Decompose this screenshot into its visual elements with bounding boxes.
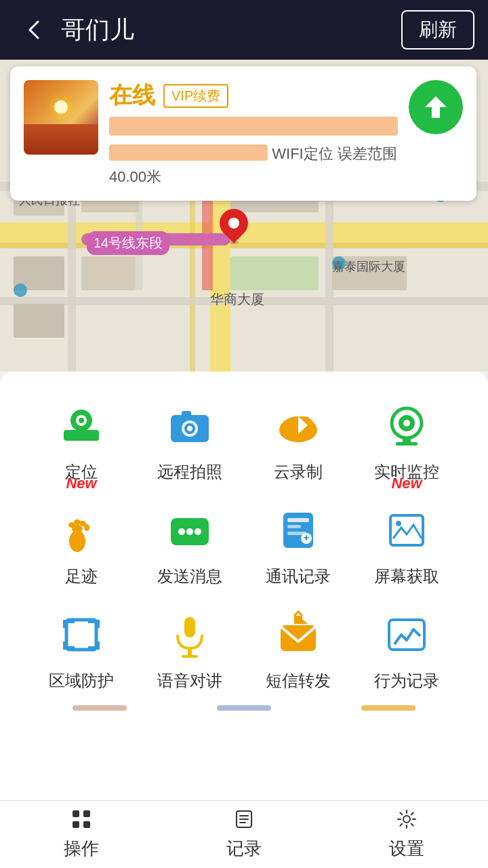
voice-intercom-label: 语音对讲 bbox=[157, 670, 222, 692]
svg-point-48 bbox=[403, 420, 410, 427]
peek-item-3 bbox=[361, 705, 415, 711]
svg-rect-77 bbox=[63, 642, 66, 650]
svg-point-56 bbox=[84, 524, 89, 531]
zone-protect-icon-wrap bbox=[54, 608, 108, 662]
behavior-log-icon-wrap bbox=[380, 608, 434, 662]
realtime-monitor-icon-wrap bbox=[380, 399, 434, 453]
feature-send-message[interactable]: 发送消息 bbox=[136, 490, 244, 594]
svg-rect-78 bbox=[96, 620, 100, 628]
map-view: 📍 北京联合大学 商务学院 人民日报社 嘉泰国际大厦 民口报社 宿舍北区 14号… bbox=[0, 60, 488, 372]
cloud-record-label: 云录制 bbox=[274, 461, 323, 483]
feature-grid: 定位 New 远程拍照 bbox=[27, 385, 461, 698]
svg-point-26 bbox=[14, 283, 27, 297]
settings-label: 设置 bbox=[389, 837, 424, 861]
feature-voice-intercom[interactable]: 语音对讲 bbox=[136, 594, 244, 698]
feature-cloud-record[interactable]: 云录制 bbox=[244, 385, 352, 490]
map-label-subway: 14号线东段 bbox=[87, 231, 169, 255]
nav-ops[interactable]: 操作 bbox=[14, 809, 149, 861]
online-status: 在线 bbox=[109, 80, 155, 111]
send-message-icon-wrap bbox=[163, 503, 217, 557]
user-avatar bbox=[24, 80, 98, 155]
svg-rect-20 bbox=[14, 304, 64, 338]
vip-badge[interactable]: VIP续费 bbox=[163, 84, 228, 108]
refresh-button[interactable]: 刷新 bbox=[401, 10, 474, 50]
feature-contact-log[interactable]: 通讯记录 bbox=[244, 490, 352, 594]
svg-point-51 bbox=[69, 530, 85, 552]
back-button[interactable] bbox=[14, 9, 54, 50]
svg-rect-74 bbox=[66, 646, 75, 650]
map-label-jiata: 嘉泰国际大厦 bbox=[332, 258, 405, 275]
svg-rect-89 bbox=[73, 821, 79, 828]
footprint-icon-wrap bbox=[54, 503, 108, 557]
feature-sms-forward[interactable]: 短信转发 bbox=[244, 594, 352, 698]
page-title: 哥们儿 bbox=[61, 14, 134, 47]
svg-rect-79 bbox=[96, 642, 100, 650]
send-message-label: 发送消息 bbox=[157, 566, 222, 587]
peek-item-1 bbox=[73, 705, 127, 711]
svg-point-70 bbox=[396, 521, 401, 526]
footprint-label: 足迹 bbox=[65, 566, 98, 587]
feature-realtime-monitor[interactable]: 实时监控 New bbox=[352, 385, 461, 490]
svg-rect-72 bbox=[66, 620, 75, 623]
svg-point-60 bbox=[195, 528, 201, 535]
peek-item-2 bbox=[217, 705, 271, 711]
peek-bar-1 bbox=[73, 705, 127, 711]
map-label-huashang: 华商大厦 bbox=[210, 290, 264, 309]
records-label: 记录 bbox=[226, 837, 262, 861]
svg-rect-92 bbox=[239, 815, 249, 816]
svg-rect-68 bbox=[306, 535, 307, 540]
distance: 40.00米 bbox=[109, 167, 398, 187]
address-blurred-1 bbox=[109, 117, 398, 136]
bottom-navigation: 操作 记录 设置 bbox=[0, 800, 488, 868]
svg-rect-75 bbox=[88, 646, 96, 650]
svg-rect-50 bbox=[396, 442, 418, 446]
svg-rect-83 bbox=[281, 625, 316, 651]
svg-rect-63 bbox=[287, 518, 309, 522]
ops-icon bbox=[71, 809, 92, 834]
svg-rect-22 bbox=[230, 256, 319, 290]
svg-rect-90 bbox=[83, 821, 90, 828]
sms-forward-icon-wrap bbox=[271, 608, 325, 662]
sms-forward-label: 短信转发 bbox=[266, 670, 331, 692]
peek-row bbox=[27, 698, 461, 717]
svg-rect-82 bbox=[182, 655, 198, 658]
top-navigation-bar: 哥们儿 刷新 bbox=[0, 0, 488, 60]
feature-locate[interactable]: 定位 New bbox=[27, 385, 136, 490]
svg-rect-73 bbox=[88, 620, 96, 623]
svg-point-59 bbox=[186, 528, 193, 535]
feature-screen-capture[interactable]: 屏幕获取 bbox=[352, 490, 461, 594]
remote-photo-icon-wrap bbox=[163, 399, 217, 453]
screen-capture-label: 屏幕获取 bbox=[374, 566, 439, 587]
feature-remote-photo[interactable]: 远程拍照 bbox=[136, 385, 244, 490]
screen-capture-icon-wrap bbox=[380, 503, 434, 557]
zone-protect-label: 区域防护 bbox=[49, 670, 114, 692]
function-panel: 定位 New 远程拍照 bbox=[0, 372, 488, 806]
svg-rect-85 bbox=[294, 616, 302, 624]
user-info-content: 在线 VIP续费 WIFI定位 误差范围 40.00米 bbox=[109, 80, 398, 187]
svg-rect-32 bbox=[64, 430, 99, 441]
contact-log-icon-wrap bbox=[271, 503, 325, 557]
ops-label: 操作 bbox=[64, 837, 99, 861]
svg-rect-93 bbox=[239, 818, 249, 820]
user-info-card: 在线 VIP续费 WIFI定位 误差范围 40.00米 bbox=[10, 66, 476, 201]
locate-icon-wrap bbox=[54, 399, 108, 453]
peek-bar-2 bbox=[217, 705, 271, 711]
voice-intercom-icon-wrap bbox=[163, 608, 217, 662]
svg-point-58 bbox=[178, 528, 185, 535]
feature-footprint[interactable]: 足迹 bbox=[27, 490, 136, 594]
svg-rect-94 bbox=[239, 822, 246, 823]
navigation-button[interactable] bbox=[409, 80, 463, 134]
nav-records[interactable]: 记录 bbox=[176, 809, 312, 861]
address-blurred-2 bbox=[109, 144, 268, 161]
map-pin bbox=[217, 209, 251, 253]
cloud-record-icon-wrap bbox=[271, 399, 325, 453]
location-detail: WIFI定位 误差范围 bbox=[272, 144, 397, 164]
svg-rect-31 bbox=[433, 106, 439, 118]
svg-rect-80 bbox=[184, 617, 195, 637]
svg-rect-87 bbox=[73, 810, 79, 817]
svg-rect-18 bbox=[81, 256, 136, 290]
feature-zone-protect[interactable]: 区域防护 bbox=[27, 594, 136, 698]
peek-bar-3 bbox=[361, 705, 415, 711]
nav-settings[interactable]: 设置 bbox=[339, 809, 474, 861]
feature-behavior-log[interactable]: 行为记录 bbox=[352, 594, 461, 698]
